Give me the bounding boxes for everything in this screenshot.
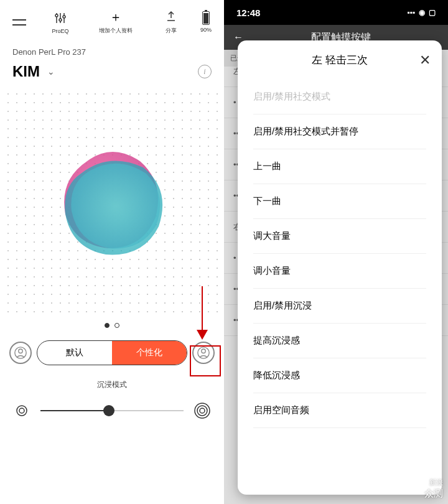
option-immersion-down[interactable]: 降低沉浸感 [253,358,426,393]
svg-point-14 [200,408,205,413]
svg-point-13 [17,406,27,416]
watermark: 新浪 众测 [424,478,443,499]
option-vol-down[interactable]: 调小音量 [253,254,426,289]
app-main-panel: ProEQ ＋ 增加个人资料 分享 90% Denon PerL Pro 237… [0,0,224,504]
page-indicator[interactable] [0,320,224,331]
annotation-arrow [196,286,208,342]
blob-graphic [44,133,180,270]
immersion-slider[interactable] [40,410,184,411]
add-profile-button[interactable]: ＋ 增加个人资料 [90,9,142,35]
immersion-low-icon [12,401,31,420]
option-immersion-toggle[interactable]: 启用/禁用沉浸 [253,289,426,324]
page-dot[interactable] [114,323,119,328]
option-next-track[interactable]: 下一曲 [253,184,426,219]
action-modal: 左 轻击三次 ✕ 启用/禁用社交模式 启用/禁用社交模式并暂停 上一曲 下一曲 … [238,40,442,495]
svg-point-5 [63,16,65,18]
wifi-icon: ◉ [419,8,425,17]
plus-icon: ＋ [110,9,122,24]
svg-point-12 [19,408,24,413]
page-dot[interactable] [105,323,110,328]
status-icons: ▪▪▪ ◉ ▢ [407,8,436,17]
profile-name[interactable]: KIM [12,63,40,80]
sound-visualization[interactable] [0,90,224,314]
immersion-high-icon [193,401,212,420]
svg-point-15 [197,406,207,416]
option-spatial-audio[interactable]: 启用空间音频 [253,393,426,428]
immersion-label: 沉浸模式 [0,375,224,395]
modal-header: 左 轻击三次 ✕ [238,40,442,80]
option-social-mode[interactable]: 启用/禁用社交模式 [253,80,426,114]
immersion-slider-row [0,395,224,426]
top-bar: ProEQ ＋ 增加个人资料 分享 90% [0,0,224,44]
info-icon[interactable]: i [198,65,212,78]
svg-point-4 [59,19,62,21]
battery-status-icon: ▢ [429,8,436,17]
option-social-pause[interactable]: 启用/禁用社交模式并暂停 [253,114,426,149]
profile-left-icon[interactable] [9,342,32,364]
mode-segmented: 默认 个性化 [37,340,187,365]
share-button[interactable]: 分享 [145,9,197,35]
profile-row: KIM ⌄ i [0,60,224,83]
svg-point-3 [55,14,58,17]
battery-icon [202,11,210,25]
sliders-icon [55,11,66,26]
option-prev-track[interactable]: 上一曲 [253,149,426,184]
svg-point-9 [19,349,22,353]
menu-icon[interactable] [12,19,31,26]
mode-personal[interactable]: 个性化 [112,341,187,365]
modal-title: 左 轻击三次 [312,53,368,67]
device-name: Denon PerL Pro 237 [0,44,224,60]
modal-list: 启用/禁用社交模式 启用/禁用社交模式并暂停 上一曲 下一曲 调大音量 调小音量… [238,80,442,428]
settings-panel: 12:48 ▪▪▪ ◉ ▢ ← 配置触摸按键 已连 左键 •› ••› •••›… [224,0,448,504]
status-time: 12:48 [236,7,260,18]
mode-default[interactable]: 默认 [37,341,112,365]
share-icon [166,9,176,24]
close-icon[interactable]: ✕ [419,52,431,68]
option-immersion-up[interactable]: 提高沉浸感 [253,324,426,358]
chevron-down-icon[interactable]: ⌄ [47,67,55,77]
proeq-button[interactable]: ProEQ [34,11,86,34]
option-vol-up[interactable]: 调大音量 [253,219,426,254]
signal-icon: ▪▪▪ [407,8,415,17]
battery-indicator: 90% [200,11,212,33]
status-bar: 12:48 ▪▪▪ ◉ ▢ [224,0,448,25]
annotation-highlight [190,345,221,376]
